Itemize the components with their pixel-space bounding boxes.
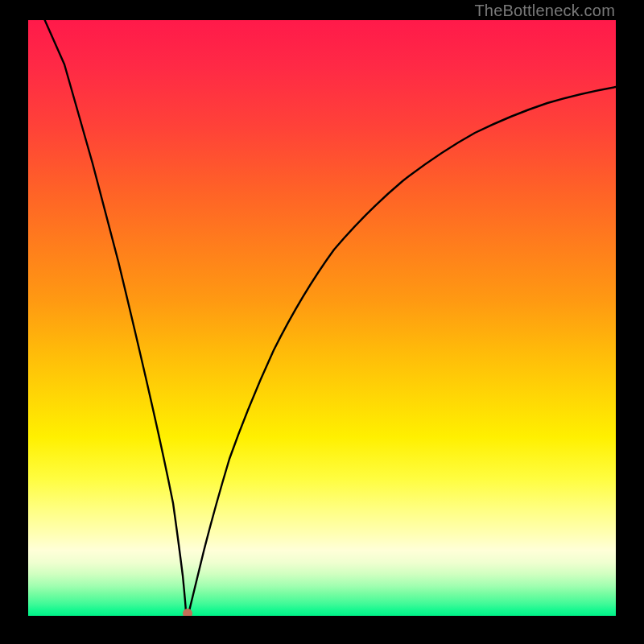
curve-layer	[28, 20, 616, 616]
watermark-text: TheBottleneck.com	[474, 2, 615, 20]
plot-gradient-area	[28, 20, 616, 616]
chart-frame: TheBottleneck.com	[0, 0, 644, 644]
marker-dot	[183, 609, 192, 616]
bottleneck-curve	[43, 20, 616, 615]
